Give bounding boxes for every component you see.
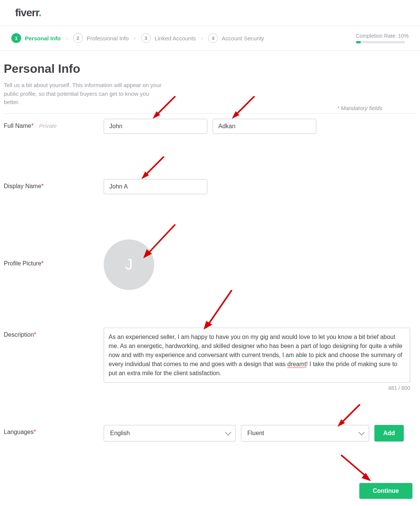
label-display-name: Display Name* xyxy=(4,179,104,190)
completion-rate: Completion Rate: 10% xyxy=(356,33,409,43)
step-personal-info[interactable]: 1 Personal Info xyxy=(11,33,61,43)
svg-line-6 xyxy=(341,455,367,477)
label-full-name: Full Name* Private xyxy=(4,119,104,129)
svg-line-4 xyxy=(207,290,232,326)
display-name-input[interactable] xyxy=(104,179,207,194)
proficiency-select[interactable]: Fluent xyxy=(241,425,369,442)
chevron-right-icon: › xyxy=(134,35,136,41)
steps-bar: 1 Personal Info › 2 Professional Info › … xyxy=(0,26,420,51)
label-languages: Languages* xyxy=(4,425,104,435)
profile-picture-upload[interactable]: J xyxy=(104,239,154,290)
svg-marker-7 xyxy=(362,473,371,481)
divider xyxy=(4,113,416,114)
logo[interactable]: fiverr. xyxy=(15,7,41,18)
page-subtitle: Tell us a bit about yourself. This infor… xyxy=(4,81,166,107)
mandatory-note: * Mandatory fields xyxy=(4,105,416,111)
add-language-button[interactable]: Add xyxy=(374,425,404,442)
label-profile-picture: Profile Picture* xyxy=(4,239,104,267)
language-select[interactable]: English xyxy=(104,425,236,442)
last-name-input[interactable] xyxy=(213,119,316,134)
step-linked-accounts[interactable]: 3 Linked Accounts xyxy=(141,33,196,43)
first-name-input[interactable] xyxy=(104,119,207,134)
description-textarea[interactable]: As an experienced seller, I am happy to … xyxy=(104,328,410,383)
page-title: Personal Info xyxy=(4,62,416,76)
label-description: Description* xyxy=(4,328,104,338)
header: fiverr. xyxy=(0,0,420,26)
step-account-security[interactable]: 4 Account Security xyxy=(208,33,264,43)
chevron-right-icon: › xyxy=(66,35,68,41)
continue-button[interactable]: Continue xyxy=(359,483,412,499)
step-professional-info[interactable]: 2 Professional Info xyxy=(73,33,129,43)
progress-bar xyxy=(356,41,405,43)
avatar-initial: J xyxy=(125,256,133,273)
char-count: 481 / 600 xyxy=(104,385,410,391)
svg-line-2 xyxy=(147,224,175,255)
private-badge: Private xyxy=(39,123,57,129)
chevron-right-icon: › xyxy=(201,35,203,41)
